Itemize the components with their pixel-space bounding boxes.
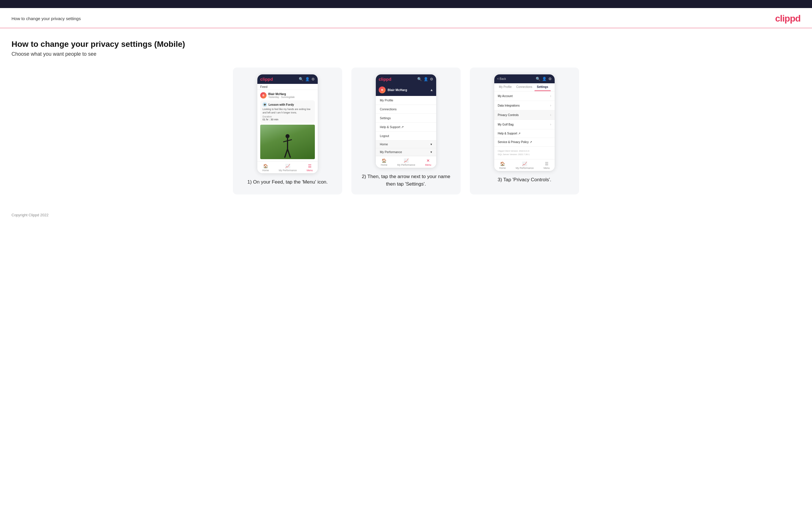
user-icon: 👤 xyxy=(423,77,428,81)
settings-icon: ⚙ xyxy=(548,77,552,81)
s3-tab-settings[interactable]: Settings xyxy=(535,83,550,91)
s3-setting-myaccount[interactable]: My Account › xyxy=(494,91,555,101)
s2-logo: clippd xyxy=(379,77,391,81)
s3-setting-mygolfbag[interactable]: My Golf Bag › xyxy=(494,120,555,129)
step-1-caption: 1) On your Feed, tap the 'Menu' icon. xyxy=(247,178,328,186)
s2-nav-performance-label: My Performance xyxy=(397,163,415,166)
performance-icon: 📈 xyxy=(522,161,527,166)
s3-setting-help[interactable]: Help & Support ↗ xyxy=(494,129,555,138)
s3-back-button[interactable]: < Back xyxy=(497,77,506,80)
s2-user-name: Blair McHarg xyxy=(388,88,407,92)
home-icon: 🏠 xyxy=(263,164,268,168)
s1-nav-home[interactable]: 🏠 Home xyxy=(262,164,269,172)
s3-tab-myprofile[interactable]: My Profile xyxy=(497,83,514,91)
s1-nav-performance[interactable]: 📈 My Performance xyxy=(279,164,297,172)
s1-card-icon: 🎓 xyxy=(262,102,267,107)
copyright: Copyright Clippd 2022 xyxy=(11,213,49,217)
s1-topbar: clippd 🔍 👤 ⚙ xyxy=(257,74,318,84)
step-1-card: clippd 🔍 👤 ⚙ Feed B Blair McHarg xyxy=(233,67,342,194)
s2-menu-item-myprofile[interactable]: My Profile xyxy=(376,96,436,105)
page-title: How to change your privacy settings (Mob… xyxy=(11,40,801,49)
s2-menu-item-logout[interactable]: Logout xyxy=(376,131,436,140)
s3-nav-home[interactable]: 🏠 Home xyxy=(499,161,506,169)
svg-line-4 xyxy=(288,149,291,158)
search-icon: 🔍 xyxy=(417,77,422,81)
s1-nav-performance-label: My Performance xyxy=(279,169,297,172)
steps-row: clippd 🔍 👤 ⚙ Feed B Blair McHarg xyxy=(11,67,801,194)
menu-icon: ☰ xyxy=(308,164,312,168)
s2-icons: 🔍 👤 ⚙ xyxy=(417,77,433,81)
s3-nav-performance-label: My Performance xyxy=(516,167,534,169)
s1-feed-label: Feed xyxy=(257,84,318,90)
search-icon: 🔍 xyxy=(299,77,303,81)
s1-user-name: Blair McHarg xyxy=(268,93,295,96)
s3-icons: 🔍 👤 ⚙ xyxy=(536,77,552,81)
s3-chevron-privacycontrols: › xyxy=(550,113,551,117)
performance-icon: 📈 xyxy=(404,158,409,163)
s2-menu-section-home[interactable]: Home ▾ xyxy=(376,140,436,148)
step-2-caption: 2) Then, tap the arrow next to your name… xyxy=(358,173,454,187)
s2-menu-item-settings[interactable]: Settings xyxy=(376,114,436,123)
s1-card-title-row: 🎓 Lesson with Fordy xyxy=(262,102,312,107)
s1-feed-content: B Blair McHarg Yesterday · Sunningdale 🎓… xyxy=(257,90,318,161)
svg-line-3 xyxy=(285,149,288,158)
menu-icon: ☰ xyxy=(545,161,549,166)
user-icon: 👤 xyxy=(542,77,547,81)
s2-menu-section-performance[interactable]: My Performance ▾ xyxy=(376,148,436,156)
s2-topbar: clippd 🔍 👤 ⚙ xyxy=(376,74,436,84)
s2-menu-item-connections[interactable]: Connections xyxy=(376,105,436,114)
s1-nav-menu-label: Menu xyxy=(306,169,312,172)
s3-nav-menu[interactable]: ☰ Menu xyxy=(544,161,550,169)
s2-user-header: B Blair McHarg ▲ xyxy=(376,84,436,96)
s1-user-sub: Yesterday · Sunningdale xyxy=(268,96,295,99)
s1-user-row: B Blair McHarg Yesterday · Sunningdale xyxy=(260,92,315,99)
s2-performance-chevron: ▾ xyxy=(430,150,432,154)
s3-topbar: < Back 🔍 👤 ⚙ xyxy=(494,74,555,83)
s3-nav-menu-label: Menu xyxy=(544,167,550,169)
s3-setting-dataintegrations-label: Data Integrations xyxy=(498,104,519,107)
page-footer: Copyright Clippd 2022 xyxy=(0,206,812,224)
s3-setting-privacycontrols-label: Privacy Controls xyxy=(498,113,519,117)
s2-home-label: Home xyxy=(380,143,388,146)
s2-nav-menu-label: Menu xyxy=(425,163,431,166)
s3-setting-dataintegrations[interactable]: Data Integrations › xyxy=(494,101,555,110)
s3-tab-connections[interactable]: Connections xyxy=(514,83,535,91)
step-1-phone: clippd 🔍 👤 ⚙ Feed B Blair McHarg xyxy=(257,74,318,173)
s2-nav-home-label: Home xyxy=(381,163,387,166)
s3-bottom-nav: 🏠 Home 📈 My Performance ☰ Menu xyxy=(494,159,555,171)
s1-avatar: B xyxy=(260,92,266,99)
s1-user-info: Blair McHarg Yesterday · Sunningdale xyxy=(268,93,295,99)
s3-chevron-mygolfbag: › xyxy=(550,122,551,126)
s2-chevron-up-icon[interactable]: ▲ xyxy=(430,88,433,92)
breadcrumb: How to change your privacy settings xyxy=(11,16,81,21)
page-subtitle: Choose what you want people to see xyxy=(11,51,801,57)
s3-settings-list: My Account › Data Integrations › Privacy… xyxy=(494,91,555,147)
header: How to change your privacy settings clip… xyxy=(0,8,812,28)
s2-nav-close[interactable]: ✕ Menu xyxy=(425,158,431,166)
step-2-card: clippd 🔍 👤 ⚙ B Blair McHarg ▲ xyxy=(351,67,461,194)
s3-setting-help-label: Help & Support ↗ xyxy=(498,132,520,135)
s3-nav-performance[interactable]: 📈 My Performance xyxy=(516,161,534,169)
s3-setting-privacycontrols[interactable]: Privacy Controls › xyxy=(494,110,555,120)
step-3-phone: < Back 🔍 👤 ⚙ My Profile Connections Sett… xyxy=(494,74,555,171)
s3-footer-client: Clippd Client Version: 2022.8.3-3 xyxy=(498,149,551,153)
logo: clippd xyxy=(775,13,801,24)
s1-duration-label: Duration xyxy=(262,115,312,118)
s1-card-title: Lesson with Fordy xyxy=(268,103,294,106)
s3-setting-serviceprivacy[interactable]: Service & Privacy Policy ↗ xyxy=(494,138,555,147)
settings-icon: ⚙ xyxy=(311,77,315,81)
s2-performance-label: My Performance xyxy=(380,150,402,154)
s1-card-desc: Looking to feel like my hands are exitin… xyxy=(262,108,312,115)
s2-menu-item-help[interactable]: Help & Support ↗ xyxy=(376,123,436,131)
s2-nav-home[interactable]: 🏠 Home xyxy=(381,158,387,166)
s3-footer-gql: GQL Server Version: 2022.7.30-1 xyxy=(498,153,551,156)
s2-nav-performance[interactable]: 📈 My Performance xyxy=(397,158,415,166)
top-bar xyxy=(0,0,812,8)
s3-nav-home-label: Home xyxy=(499,167,506,169)
s2-home-chevron: ▾ xyxy=(430,143,432,146)
home-icon: 🏠 xyxy=(500,161,505,166)
s3-tabs: My Profile Connections Settings xyxy=(494,83,555,91)
s3-footer: Clippd Client Version: 2022.8.3-3 GQL Se… xyxy=(494,147,555,159)
s1-nav-menu[interactable]: ☰ Menu xyxy=(306,164,312,172)
s2-user-left: B Blair McHarg xyxy=(379,87,407,93)
